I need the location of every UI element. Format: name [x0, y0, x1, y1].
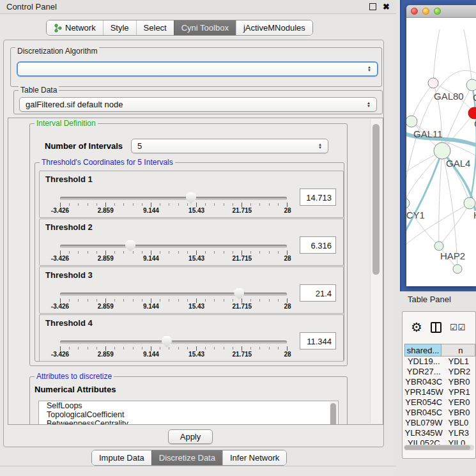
tab-infer-network[interactable]: Infer Network	[222, 450, 286, 465]
tab-label: Discretize Data	[159, 453, 215, 463]
mac-close-icon[interactable]	[411, 8, 418, 15]
node-label: HAP2	[440, 250, 465, 261]
num-intervals-combobox[interactable]: 5 ▲ ▼	[131, 139, 328, 153]
mac-zoom-icon[interactable]	[434, 8, 441, 15]
table-row[interactable]: YBL079W YBL0	[404, 418, 475, 428]
tab-label: Style	[111, 23, 129, 33]
table-horizontal-scrollbar[interactable]	[404, 445, 474, 450]
node-bottom[interactable]	[453, 265, 462, 273]
split-columns-icon[interactable]	[431, 322, 441, 333]
node-label: GA	[473, 92, 476, 103]
node-gcy1[interactable]	[406, 198, 410, 208]
slider-tick-labels: -3.426 2.859 9.144 15.43 21.715 28	[60, 351, 288, 358]
select-checkboxes-icon[interactable]: ☑☑	[450, 323, 466, 332]
group-title: Attributes to discretize	[35, 372, 114, 381]
tab-network[interactable]: Network	[47, 20, 103, 35]
tab-label: Impute Data	[99, 453, 144, 463]
node-gal11[interactable]	[406, 116, 417, 127]
table-row[interactable]: YDR27... YDR2	[404, 367, 475, 377]
float-icon[interactable]	[369, 1, 376, 13]
combobox-value: galFiltered.sif default node	[26, 100, 123, 109]
tab-label: Infer Network	[230, 453, 279, 463]
table-row[interactable]: YPR145W YPR1	[404, 387, 475, 397]
tab-cyni-toolbox[interactable]: Cyni Toolbox	[174, 20, 236, 35]
tab-jactivemnodules[interactable]: jActiveMNodules	[236, 20, 312, 35]
spinner-down-icon: ▼	[318, 146, 322, 150]
threshold-slider[interactable]	[60, 197, 287, 200]
close-icon[interactable]: ✖	[383, 4, 390, 10]
combobox-value: 5	[137, 141, 142, 151]
threshold-value-field[interactable]: 11.344	[300, 332, 336, 349]
algorithm-combobox[interactable]: ▲ ▼	[17, 61, 378, 77]
control-panel: Control Panel ✖ Network Style Select Cyn…	[0, 0, 396, 476]
attributes-group: Attributes to discretize Numerical Attri…	[29, 376, 348, 425]
list-item[interactable]: SelfLoops	[39, 401, 338, 410]
threshold-slider[interactable]	[60, 245, 287, 248]
group-title: Threshold's Coordinates for 5 Intervals	[40, 158, 175, 167]
table-row[interactable]: YER054C YER0	[404, 397, 475, 408]
settings-scroll-area: Interval Definition Number of Intervals …	[8, 118, 383, 425]
node-red-selected[interactable]	[468, 107, 476, 119]
node-label: GAL4	[446, 158, 470, 169]
gear-icon[interactable]: ⚙	[411, 321, 422, 334]
mac-minimize-icon[interactable]	[422, 8, 429, 15]
apply-button[interactable]: Apply	[168, 429, 213, 444]
tab-label: jActiveMNodules	[243, 23, 305, 33]
threshold-value-field[interactable]: 14.713	[300, 188, 336, 206]
spinner-down-icon: ▼	[367, 69, 371, 72]
num-intervals-label: Number of Intervals	[45, 141, 123, 151]
node-label: GAL11	[413, 128, 443, 139]
panel-scrollbar[interactable]	[370, 119, 382, 424]
node-gal4[interactable]	[434, 142, 450, 159]
threshold-row: Threshold 4 -3.426 2.859 9.144 15.43 21.…	[39, 314, 344, 362]
tab-discretize-data[interactable]: Discretize Data	[151, 450, 222, 465]
node-h[interactable]	[464, 197, 475, 209]
threshold-label: Threshold 1	[45, 174, 93, 184]
scrollbar-thumb[interactable]	[372, 124, 380, 275]
node-gal80[interactable]	[428, 78, 438, 88]
network-icon	[54, 24, 62, 33]
threshold-slider[interactable]	[60, 293, 287, 296]
tab-label: Select	[144, 23, 167, 33]
attributes-list-title: Numerical Attributes	[35, 385, 116, 394]
network-window-titlebar[interactable]	[406, 5, 476, 18]
threshold-value-field[interactable]: 6.316	[300, 236, 336, 254]
column-header-shared-name[interactable]: shared...	[404, 344, 441, 357]
table-toolbar: ⚙ ☑☑	[403, 312, 475, 342]
table-header-row: shared... n	[404, 344, 475, 357]
tab-select[interactable]: Select	[136, 20, 174, 35]
spinner-down-icon: ▼	[367, 105, 371, 108]
cyni-toolbox-panel: Discretization Algorithm ▲ ▼ Table Data …	[3, 40, 384, 447]
column-header-name[interactable]: n	[441, 344, 475, 357]
list-scrollbar[interactable]	[330, 402, 337, 425]
tab-label: Network	[65, 23, 96, 33]
node-table: shared... n YDL19... YDL1 YDR27... YDR2 …	[404, 344, 475, 458]
node-label: GCY1	[406, 210, 425, 220]
thresholds-group: Threshold's Coordinates for 5 Intervals …	[35, 162, 344, 362]
table-row[interactable]: YBR043C YBR0	[404, 377, 475, 387]
tab-style[interactable]: Style	[103, 20, 136, 35]
tab-impute-data[interactable]: Impute Data	[92, 450, 151, 465]
network-canvas[interactable]: GAL80 GA C GAL11 GAL4 GCY1 H HAP2	[406, 18, 476, 286]
table-row[interactable]: YDL19... YDL1	[404, 357, 475, 367]
control-panel-header: Control Panel ✖	[0, 0, 396, 14]
threshold-row: Threshold 3 -3.426 2.859 9.144 15.43 21.…	[39, 266, 344, 314]
threshold-row: Threshold 2 -3.426 2.859 9.144 15.43 21.…	[39, 219, 344, 266]
divider	[0, 466, 396, 466]
table-row[interactable]: YBR045C YBR0	[404, 408, 475, 418]
threshold-value-field[interactable]: 21.4	[300, 284, 336, 302]
bottom-tab-bar: Impute Data Discretize Data Infer Networ…	[91, 450, 287, 466]
node-label: GAL80	[434, 91, 464, 102]
threshold-slider[interactable]	[60, 341, 287, 344]
list-item[interactable]: TopologicalCoefficient	[39, 410, 338, 419]
group-title: Discretization Algorithm	[15, 47, 99, 56]
slider-tick-labels: -3.426 2.859 9.144 15.43 21.715 28	[60, 207, 288, 215]
slider-tick-labels: -3.426 2.859 9.144 15.43 21.715 28	[60, 255, 288, 263]
node-label: H	[473, 210, 476, 220]
node-hap2[interactable]	[434, 242, 443, 250]
list-item[interactable]: BetweennessCentrality	[39, 419, 338, 425]
table-row[interactable]: YLR345W YLR3	[404, 428, 475, 438]
table-data-combobox[interactable]: galFiltered.sif default node ▲ ▼	[19, 97, 377, 112]
threshold-label: Threshold 3	[45, 270, 93, 280]
node-ga[interactable]	[466, 79, 476, 91]
